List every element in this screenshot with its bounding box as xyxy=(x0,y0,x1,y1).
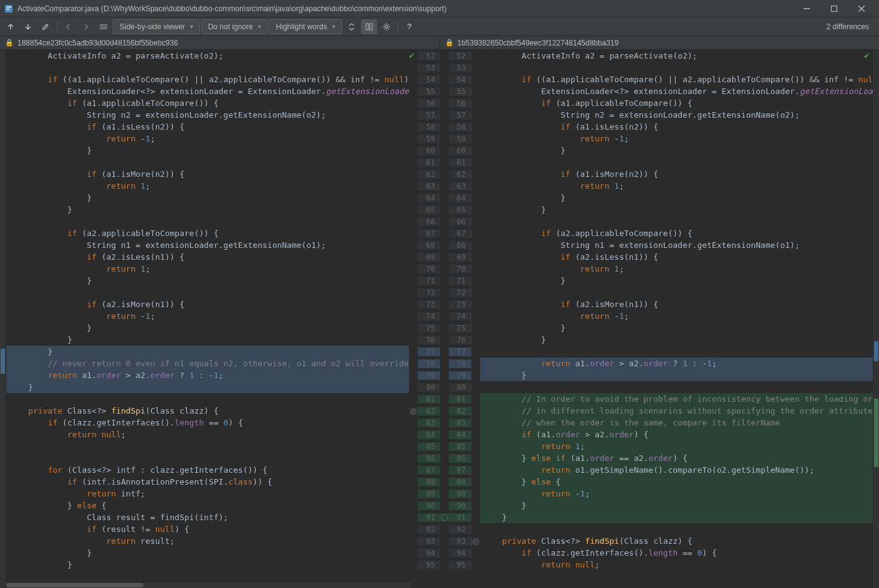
code-line[interactable]: return 1; xyxy=(6,180,418,192)
code-line[interactable]: 6767 if (a2.applicableToCompare()) { xyxy=(418,227,873,239)
code-line[interactable]: 8484 if (a1.order > a2.order) { xyxy=(418,429,873,440)
code-line[interactable]: 8080 xyxy=(418,381,873,393)
code-line[interactable] xyxy=(6,156,418,168)
code-line[interactable]: 8888 } else { xyxy=(418,476,873,488)
code-line[interactable]: ActivateInfo a2 = parseActivate(o2); xyxy=(6,50,418,62)
code-line[interactable]: 6565 } xyxy=(418,204,873,216)
code-line[interactable]: } xyxy=(6,547,418,559)
code-line[interactable]: 9090 } xyxy=(418,500,873,511)
code-line[interactable]: 5252 ActivateInfo a2 = parseActivate(o2)… xyxy=(418,50,873,62)
code-line[interactable]: 9595 return null; xyxy=(418,559,873,571)
code-line[interactable]: 7474 return -1; xyxy=(418,310,873,322)
code-line[interactable]: Class result = findSpi(intf); xyxy=(6,511,418,523)
code-line[interactable]: if (a2.isLess(n1)) { xyxy=(6,251,418,263)
code-line[interactable]: 5656 if (a1.applicableToCompare()) { xyxy=(418,97,873,109)
collapse-unchanged-button[interactable] xyxy=(343,19,360,34)
code-line[interactable]: } xyxy=(6,346,418,358)
code-line[interactable]: } else { xyxy=(6,500,418,511)
code-line[interactable]: 6666 xyxy=(418,216,873,227)
error-stripe-right[interactable] xyxy=(873,50,879,588)
code-line[interactable]: 7070 return 1; xyxy=(418,263,873,275)
code-line[interactable]: if (intf.isAnnotationPresent(SPI.class))… xyxy=(6,476,418,488)
code-line[interactable]: 8282 // in different loading scenarios w… xyxy=(418,405,873,417)
code-line[interactable]: 6161 xyxy=(418,156,873,168)
code-line[interactable]: // never return 0 even if n1 equals n2, … xyxy=(6,358,418,369)
code-line[interactable]: 7878 return a1.order > a2.order ? 1 : -1… xyxy=(418,358,873,369)
code-line[interactable] xyxy=(6,216,418,227)
code-line[interactable]: 7272 xyxy=(418,287,873,298)
edit-source-button[interactable] xyxy=(37,19,54,34)
prev-diff-button[interactable] xyxy=(2,19,19,34)
maximize-button[interactable] xyxy=(820,0,848,17)
code-line[interactable]: 9393@ private Class<?> findSpi(Class cla… xyxy=(418,535,873,547)
code-line[interactable]: 6868 String n1 = extensionLoader.getExte… xyxy=(418,239,873,251)
code-line[interactable]: 7979 } xyxy=(418,369,873,381)
minimize-button[interactable] xyxy=(793,0,820,17)
code-line[interactable] xyxy=(6,287,418,298)
code-line[interactable]: return intf; xyxy=(6,488,418,500)
code-line[interactable]: return result; xyxy=(6,535,418,547)
code-line[interactable]: } xyxy=(6,145,418,156)
nav-back-button[interactable] xyxy=(60,19,77,34)
code-line[interactable]: 8585 return 1; xyxy=(418,440,873,452)
viewer-mode-select[interactable]: Side-by-side viewer ▼ xyxy=(113,19,200,34)
code-line[interactable]: 6363 return 1; xyxy=(418,180,873,192)
settings-button[interactable] xyxy=(378,19,395,34)
code-line[interactable]: 5555 ExtensionLoader<?> extensionLoader … xyxy=(418,85,873,97)
code-line[interactable]: for (Class<?> intf : clazz.getInterfaces… xyxy=(6,464,418,476)
code-line[interactable] xyxy=(6,393,418,405)
code-line[interactable]: return a1.order > a2.order ? 1 : -1; xyxy=(6,369,418,381)
code-line[interactable]: 6969 if (a2.isLess(n1)) { xyxy=(418,251,873,263)
horizontal-scrollbar[interactable] xyxy=(6,582,411,588)
code-line[interactable]: return -1; xyxy=(6,310,418,322)
code-line[interactable]: 7171 } xyxy=(418,275,873,287)
whitespace-button[interactable] xyxy=(95,19,112,34)
right-editor-pane[interactable]: 5252 ActivateInfo a2 = parseActivate(o2)… xyxy=(418,50,873,588)
code-line[interactable]: 8383 // when the order is the same, comp… xyxy=(418,417,873,429)
diff-marker[interactable] xyxy=(1,349,5,374)
scrollbar-thumb[interactable] xyxy=(6,583,143,587)
highlight-mode-select[interactable]: Highlight words ▼ xyxy=(269,19,342,34)
next-diff-button[interactable] xyxy=(20,19,36,34)
code-line[interactable]: 91◯91 } xyxy=(418,511,873,523)
code-line[interactable]: } xyxy=(6,275,418,287)
code-line[interactable]: 8686 } else if (a1.order == a2.order) { xyxy=(418,452,873,464)
code-line[interactable]: 5353 xyxy=(418,62,873,74)
code-line[interactable]: } xyxy=(6,204,418,216)
code-line[interactable]: if (a1.isLess(n2)) { xyxy=(6,121,418,133)
code-line[interactable]: if (a2.isMore(n1)) { xyxy=(6,298,418,310)
code-line[interactable]: ExtensionLoader<?> extensionLoader = Ext… xyxy=(6,85,418,97)
sync-scroll-button[interactable] xyxy=(361,19,377,34)
code-line[interactable]: return -1; xyxy=(6,133,418,145)
code-line[interactable]: String n1 = extensionLoader.getExtension… xyxy=(6,239,418,251)
code-line[interactable]: if (a1.isMore(n2)) { xyxy=(6,168,418,180)
code-line[interactable]: 5858 if (a1.isLess(n2)) { xyxy=(418,121,873,133)
code-line[interactable]: 8181 // In order to avoid the problem of… xyxy=(418,393,873,405)
code-line[interactable]: 5454 if ((a1.applicableToCompare() || a2… xyxy=(418,74,873,85)
code-line[interactable]: 5757 String n2 = extensionLoader.getExte… xyxy=(418,109,873,121)
code-line[interactable]: 7373 if (a2.isMore(n1)) { xyxy=(418,298,873,310)
code-line[interactable] xyxy=(6,440,418,452)
code-line[interactable]: if ((a1.applicableToCompare() || a2.appl… xyxy=(6,74,418,85)
code-line[interactable]: 6464 } xyxy=(418,192,873,204)
code-line[interactable]: } xyxy=(6,381,418,393)
nav-forward-button[interactable] xyxy=(78,19,94,34)
code-line[interactable]: } xyxy=(6,192,418,204)
close-button[interactable] xyxy=(848,0,875,17)
ignore-mode-select[interactable]: Do not ignore ▼ xyxy=(201,19,268,34)
code-line[interactable]: } xyxy=(6,334,418,346)
code-line[interactable]: if (result != null) { xyxy=(6,523,418,535)
code-line[interactable]: 8787 return o1.getSimpleName().compareTo… xyxy=(418,464,873,476)
code-line[interactable]: } xyxy=(6,322,418,334)
code-line[interactable]: 6262 if (a1.isMore(n2)) { xyxy=(418,168,873,180)
code-line[interactable]: 9494 if (clazz.getInterfaces().length ==… xyxy=(418,547,873,559)
code-line[interactable]: private Class<?> findSpi(Class clazz) {@ xyxy=(6,405,418,417)
code-line[interactable]: } xyxy=(6,559,418,571)
code-line[interactable]: if (a2.applicableToCompare()) { xyxy=(6,227,418,239)
code-line[interactable]: 7777 xyxy=(418,346,873,358)
left-editor-pane[interactable]: ActivateInfo a2 = parseActivate(o2); if … xyxy=(6,50,418,588)
help-button[interactable]: ? xyxy=(401,19,418,34)
code-line[interactable]: 6060 } xyxy=(418,145,873,156)
code-line[interactable]: 7676 } xyxy=(418,334,873,346)
code-line[interactable]: 7575 } xyxy=(418,322,873,334)
